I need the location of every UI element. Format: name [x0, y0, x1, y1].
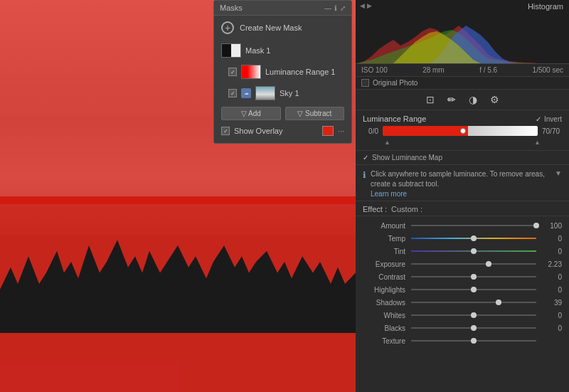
exif-aperture: f / 5.6	[479, 66, 497, 74]
sliders-area: Amount100Temp0Tint0Exposure2.23Contrast0…	[356, 216, 569, 392]
plus-circle-icon: +	[221, 21, 234, 34]
mask-1-label: Mask 1	[245, 46, 270, 55]
show-overlay-row: ✓ Show Overlay ···	[214, 123, 351, 139]
masks-expand-icon[interactable]: ⤢	[340, 4, 346, 12]
masks-info-icon[interactable]: ℹ	[334, 4, 337, 12]
histogram-title: Histogram	[528, 2, 563, 11]
exif-iso: ISO 100	[361, 66, 388, 74]
slider-track-shadows[interactable]	[411, 302, 536, 303]
slider-track-highlights[interactable]	[411, 289, 536, 290]
slider-value-exposure: 2.23	[542, 260, 562, 268]
sky-1-item[interactable]: ✓ ☁ Sky 1	[214, 83, 351, 104]
create-new-mask-label: Create New Mask	[240, 23, 302, 32]
luminance-range-item[interactable]: ✓ Luminance Range 1	[214, 61, 351, 83]
slider-label-texture: Texture	[363, 337, 405, 345]
sky-1-thumbnail	[255, 86, 275, 100]
slider-value-tint: 0	[542, 248, 562, 255]
subtract-icon: ▽	[297, 110, 305, 117]
overlay-ellipsis[interactable]: ···	[338, 127, 344, 135]
slider-label-shadows: Shadows	[363, 299, 405, 307]
slider-value-amount: 100	[542, 222, 562, 230]
slider-row-contrast: Contrast0	[356, 270, 569, 283]
luminance-range-thumbnail	[241, 65, 261, 79]
slider-track-contrast[interactable]	[411, 276, 536, 277]
right-panel: Histogram ◀ ▶ ISO 100 28 mm f / 5.6 1/50…	[356, 0, 569, 392]
slider-track-tint[interactable]	[411, 250, 536, 252]
slider-track-texture[interactable]	[411, 340, 536, 341]
create-new-mask-button[interactable]: + Create New Mask	[214, 16, 351, 40]
slider-label-blacks: Blacks	[363, 324, 405, 332]
add-label: Add	[248, 110, 261, 117]
slider-handle-exposure[interactable]	[486, 261, 491, 267]
slider-handle-amount[interactable]	[533, 223, 539, 228]
slider-track-temp[interactable]	[411, 238, 536, 239]
luminance-range-section: Luminance Range ✓ Invert 0/0 70/70 ▲ ▲	[356, 110, 569, 151]
slider-handle-tint[interactable]	[471, 248, 477, 254]
slider-handle-texture[interactable]	[471, 338, 477, 344]
slider-handle-shadows[interactable]	[496, 300, 501, 305]
slider-value-whites: 0	[542, 312, 562, 319]
exif-focal: 28 mm	[422, 66, 445, 74]
original-photo-row: Original Photo	[356, 77, 569, 90]
histogram-chart	[357, 10, 568, 63]
settings-icon[interactable]: ⚙	[490, 94, 499, 105]
mask-icon[interactable]: ◑	[469, 94, 477, 105]
slider-handle-blacks[interactable]	[471, 325, 477, 331]
slider-row-tint: Tint0	[356, 245, 569, 258]
info-text: Click anywhere to sample luminance. To r…	[371, 170, 545, 188]
show-overlay-label: Show Overlay	[234, 127, 282, 135]
crop-icon[interactable]: ⊡	[426, 94, 435, 105]
invert-toggle[interactable]: ✓ Invert	[536, 115, 562, 123]
slider-label-highlights: Highlights	[363, 286, 405, 294]
masks-panel-header: Masks — ℹ ⤢	[214, 1, 351, 16]
mask-1-item[interactable]: Mask 1	[214, 40, 351, 61]
info-icon: ℹ	[363, 170, 366, 180]
masks-panel: Masks — ℹ ⤢ + Create New Mask Mask 1 ✓ L…	[213, 0, 352, 144]
luminance-range-label: Luminance Range 1	[265, 68, 335, 76]
add-subtract-row: ▽ Add ▽ Subtract	[214, 104, 351, 123]
original-photo-label: Original Photo	[373, 79, 418, 87]
slider-handle-temp[interactable]	[471, 235, 477, 241]
lum-arrow-right: ▲	[534, 139, 541, 146]
slider-row-amount: Amount100	[356, 219, 569, 232]
info-content: Click anywhere to sample luminance. To r…	[371, 169, 551, 198]
slider-handle-highlights[interactable]	[471, 287, 477, 292]
slider-track-amount[interactable]	[411, 225, 536, 226]
slider-value-contrast: 0	[542, 273, 562, 281]
mask-1-thumbnail	[221, 43, 241, 58]
show-lum-label: Show Luminance Map	[372, 154, 442, 161]
subtract-button[interactable]: ▽ Subtract	[285, 107, 345, 120]
slider-row-exposure: Exposure2.23	[356, 258, 569, 270]
slider-value-temp: 0	[542, 235, 562, 243]
slider-track-blacks[interactable]	[411, 327, 536, 329]
show-overlay-checkbox[interactable]: ✓	[221, 127, 230, 135]
show-lum-check: ✓	[363, 154, 368, 161]
masks-dash-icon[interactable]: —	[324, 4, 331, 12]
effect-label: Effect :	[363, 205, 387, 213]
luminance-handle[interactable]	[460, 128, 466, 134]
learn-more-link[interactable]: Learn more	[371, 190, 407, 198]
sky-1-label: Sky 1	[280, 89, 299, 97]
slider-value-highlights: 0	[542, 286, 562, 294]
luminance-slider-row: 0/0 70/70	[363, 126, 562, 136]
slider-handle-whites[interactable]	[471, 312, 477, 318]
heal-icon[interactable]: ✏	[447, 94, 456, 105]
slider-row-whites: Whites0	[356, 309, 569, 322]
sky-1-checkbox[interactable]: ✓	[228, 89, 237, 97]
slider-value-blacks: 0	[542, 324, 562, 332]
luminance-range-title: Luminance Range	[363, 115, 426, 123]
sky-icon: ☁	[241, 88, 251, 98]
luminance-track[interactable]	[383, 126, 538, 136]
slider-track-exposure[interactable]	[411, 263, 536, 265]
original-photo-checkbox[interactable]	[361, 79, 369, 87]
slider-handle-contrast[interactable]	[471, 274, 477, 280]
show-luminance-map-row: ✓ Show Luminance Map	[356, 151, 569, 165]
luminance-range-checkbox[interactable]: ✓	[228, 68, 237, 76]
slider-label-contrast: Contrast	[363, 273, 405, 281]
slider-track-whites[interactable]	[411, 314, 536, 316]
add-button[interactable]: ▽ Add	[221, 107, 281, 120]
overlay-color-swatch[interactable]	[322, 126, 334, 136]
slider-label-amount: Amount	[363, 222, 405, 230]
info-dropdown-icon[interactable]: ▼	[555, 169, 562, 177]
effect-value[interactable]: Custom :	[391, 205, 422, 213]
